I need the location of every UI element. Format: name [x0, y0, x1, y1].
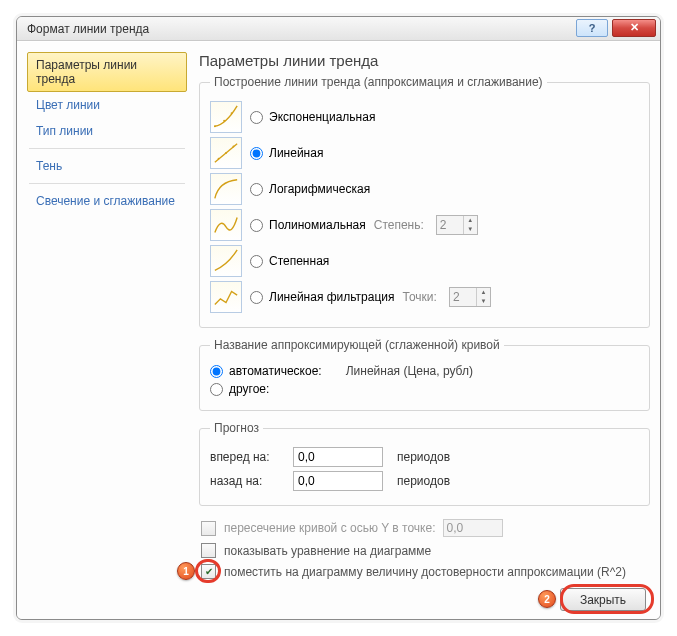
degree-spinner: ▲▼ [436, 215, 478, 235]
checkbox-icon [201, 521, 216, 536]
points-label: Точки: [403, 290, 437, 304]
callout-1: 1 [177, 562, 195, 580]
checkbox-icon: ✔ [201, 564, 216, 579]
sidebar-item-line-type[interactable]: Тип линии [27, 118, 187, 144]
trend-row: Полиномиальная Степень: ▲▼ [210, 209, 639, 241]
svg-point-1 [223, 120, 225, 122]
degree-label: Степень: [374, 218, 424, 232]
radio-moving-average[interactable]: Линейная фильтрация [250, 290, 395, 304]
forecast-group: Прогноз вперед на: периодов назад на: пе… [199, 421, 650, 506]
svg-point-2 [231, 112, 233, 114]
window-title: Формат линии тренда [27, 22, 149, 36]
auto-name-value: Линейная (Цена, рубл) [346, 364, 473, 378]
sidebar-item-line-color[interactable]: Цвет линии [27, 92, 187, 118]
backward-label: назад на: [210, 474, 285, 488]
close-button[interactable]: Закрыть [560, 588, 646, 611]
radio-logarithmic[interactable]: Логарифмическая [250, 182, 370, 196]
moving-average-icon [210, 281, 242, 313]
trend-row: Линейная фильтрация Точки: ▲▼ [210, 281, 639, 313]
sidebar-item-shadow[interactable]: Тень [27, 153, 187, 179]
exponential-icon [210, 101, 242, 133]
name-group: Название аппроксимирующей (сглаженной) к… [199, 338, 650, 411]
radio-name-other[interactable]: другое: [210, 382, 269, 396]
radio-name-auto[interactable]: автоматическое: [210, 364, 322, 378]
check-show-r-squared[interactable]: 1 ✔ поместить на диаграмму величину дост… [201, 564, 650, 579]
radio-linear[interactable]: Линейная [250, 146, 323, 160]
checkbox-icon [201, 543, 216, 558]
titlebar: Формат линии тренда ? ✕ [17, 17, 660, 41]
radio-polynomial[interactable]: Полиномиальная [250, 218, 366, 232]
trend-type-legend: Построение линии тренда (аппроксимация и… [210, 75, 547, 89]
radio-exponential[interactable]: Экспоненциальная [250, 110, 375, 124]
name-legend: Название аппроксимирующей (сглаженной) к… [210, 338, 504, 352]
forward-input[interactable] [293, 447, 383, 467]
forecast-legend: Прогноз [210, 421, 263, 435]
backward-unit: периодов [397, 474, 450, 488]
logarithmic-icon [210, 173, 242, 205]
power-icon [210, 245, 242, 277]
check-intercept: пересечение кривой с осью Y в точке: [201, 519, 650, 537]
sidebar-item-glow[interactable]: Свечение и сглаживание [27, 188, 187, 214]
sidebar-item-trend-params[interactable]: Параметры линии тренда [27, 52, 187, 92]
svg-point-6 [233, 146, 235, 148]
trend-type-group: Построение линии тренда (аппроксимация и… [199, 75, 650, 328]
check-show-equation[interactable]: показывать уравнение на диаграмме [201, 543, 650, 558]
points-spinner: ▲▼ [449, 287, 491, 307]
callout-2: 2 [538, 590, 556, 608]
backward-input[interactable] [293, 471, 383, 491]
dialog-body: Параметры линии тренда Цвет линии Тип ли… [17, 41, 660, 619]
forward-label: вперед на: [210, 450, 285, 464]
linear-icon [210, 137, 242, 169]
trend-row: Степенная [210, 245, 639, 277]
trend-row: Линейная [210, 137, 639, 169]
intercept-input [443, 519, 503, 537]
main-panel: Параметры линии тренда Построение линии … [187, 52, 650, 611]
trend-row: Экспоненциальная [210, 101, 639, 133]
svg-point-5 [225, 152, 227, 154]
svg-point-0 [214, 125, 216, 127]
svg-point-4 [218, 158, 220, 160]
forward-unit: периодов [397, 450, 450, 464]
help-button[interactable]: ? [576, 19, 608, 37]
polynomial-icon [210, 209, 242, 241]
sidebar: Параметры линии тренда Цвет линии Тип ли… [27, 52, 187, 611]
main-heading: Параметры линии тренда [199, 52, 650, 69]
radio-power[interactable]: Степенная [250, 254, 329, 268]
dialog-window: Формат линии тренда ? ✕ Параметры линии … [16, 16, 661, 620]
trend-row: Логарифмическая [210, 173, 639, 205]
close-window-button[interactable]: ✕ [612, 19, 656, 37]
